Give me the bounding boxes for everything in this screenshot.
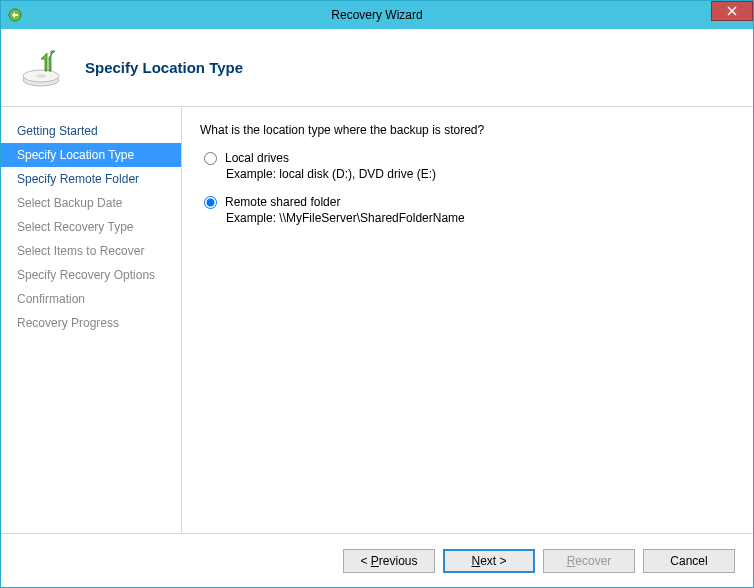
recover-button: Recover bbox=[543, 549, 635, 573]
step-select-items-to-recover: Select Items to Recover bbox=[1, 239, 181, 263]
recovery-wizard-window: Recovery Wizard Specify Location Type Ge… bbox=[0, 0, 754, 588]
label-local-drives: Local drives bbox=[225, 151, 289, 165]
wizard-footer: < Previous Next > Recover Cancel bbox=[1, 533, 753, 587]
option-remote-shared-folder[interactable]: Remote shared folder bbox=[200, 195, 731, 209]
step-select-recovery-type: Select Recovery Type bbox=[1, 215, 181, 239]
radio-local-drives[interactable] bbox=[204, 152, 217, 165]
app-icon bbox=[7, 7, 23, 23]
option-local-drives[interactable]: Local drives bbox=[200, 151, 731, 165]
example-local-drives: Example: local disk (D:), DVD drive (E:) bbox=[226, 167, 731, 181]
step-sidebar: Getting Started Specify Location Type Sp… bbox=[1, 107, 182, 533]
step-specify-location-type[interactable]: Specify Location Type bbox=[1, 143, 181, 167]
svg-point-5 bbox=[36, 74, 46, 78]
window-title: Recovery Wizard bbox=[1, 8, 753, 22]
titlebar: Recovery Wizard bbox=[1, 1, 753, 29]
step-specify-remote-folder[interactable]: Specify Remote Folder bbox=[1, 167, 181, 191]
content-pane: What is the location type where the back… bbox=[182, 107, 753, 533]
label-remote-shared-folder: Remote shared folder bbox=[225, 195, 340, 209]
wizard-body: Getting Started Specify Location Type Sp… bbox=[1, 106, 753, 533]
question-text: What is the location type where the back… bbox=[200, 123, 731, 137]
example-remote-shared-folder: Example: \\MyFileServer\SharedFolderName bbox=[226, 211, 731, 225]
cancel-button[interactable]: Cancel bbox=[643, 549, 735, 573]
step-specify-recovery-options: Specify Recovery Options bbox=[1, 263, 181, 287]
step-recovery-progress: Recovery Progress bbox=[1, 311, 181, 335]
close-button[interactable] bbox=[711, 1, 753, 21]
next-button[interactable]: Next > bbox=[443, 549, 535, 573]
step-select-backup-date: Select Backup Date bbox=[1, 191, 181, 215]
step-confirmation: Confirmation bbox=[1, 287, 181, 311]
page-title: Specify Location Type bbox=[85, 59, 243, 76]
step-getting-started[interactable]: Getting Started bbox=[1, 119, 181, 143]
previous-button[interactable]: < Previous bbox=[343, 549, 435, 573]
wizard-icon bbox=[19, 43, 67, 91]
wizard-header: Specify Location Type bbox=[1, 29, 753, 106]
radio-remote-shared-folder[interactable] bbox=[204, 196, 217, 209]
